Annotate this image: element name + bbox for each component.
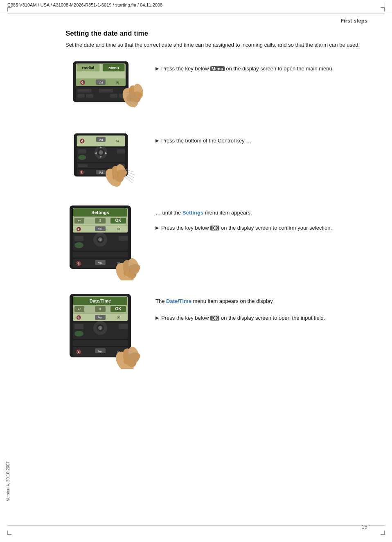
phone-image-2: 🔇 Vol ✉ i ▲ ▼ ◀ — [65, 133, 145, 192]
svg-rect-91 — [73, 252, 128, 257]
phone-image-3: Settings ↩ ⇕ OK 🔇 Vol ✉ — [65, 205, 145, 280]
svg-text:⇕: ⇕ — [99, 307, 102, 311]
svg-rect-13 — [77, 88, 91, 92]
svg-text:✉: ✉ — [117, 316, 120, 320]
svg-text:Vol: Vol — [99, 171, 103, 174]
svg-text:🔇: 🔇 — [79, 170, 84, 175]
svg-text:⇕: ⇕ — [99, 219, 102, 223]
svg-text:Vol: Vol — [98, 227, 102, 231]
sidebar-version-text: Version 4, 29.10.2007 — [6, 461, 10, 501]
svg-rect-17 — [110, 94, 117, 97]
menu-highlight: Menu — [210, 66, 225, 71]
step1-text: Press the key below Menu on the display … — [161, 65, 333, 73]
svg-rect-85 — [119, 236, 128, 241]
svg-text:Vol: Vol — [99, 138, 103, 141]
bottom-divider — [7, 525, 385, 526]
page-title: Setting the date and time — [65, 29, 367, 38]
svg-rect-37 — [78, 149, 86, 154]
settings-highlight: Settings — [182, 210, 203, 216]
instruction-row-2: 🔇 Vol ✉ i ▲ ▼ ◀ — [65, 133, 367, 193]
svg-text:Date/Time: Date/Time — [90, 298, 111, 303]
datetime-highlight: Date/Time — [166, 298, 191, 304]
main-content: Setting the date and time Set the date a… — [0, 24, 392, 398]
svg-text:🔇: 🔇 — [76, 315, 81, 320]
bullet-arrow-2: ▶ — [155, 137, 159, 144]
step3-text: … until the Settings menu item appears. — [155, 210, 252, 216]
corner-mark-br — [381, 531, 385, 535]
step5-text: The Date/Time menu item appears on the d… — [155, 298, 274, 304]
svg-rect-16 — [86, 94, 93, 97]
instruction-row-4: Date/Time ↩ ⇕ OK 🔇 Vol ✉ — [65, 293, 367, 370]
svg-text:OK: OK — [115, 307, 122, 311]
svg-text:🔇: 🔇 — [76, 226, 81, 232]
instruction-text-4: The Date/Time menu item appears on the d… — [155, 293, 367, 326]
corner-mark-tl — [7, 7, 11, 11]
svg-text:Vol: Vol — [98, 350, 102, 353]
svg-rect-124 — [74, 324, 83, 329]
device-3: Settings ↩ ⇕ OK 🔇 Vol ✉ — [65, 205, 147, 282]
phone-image-1: Redial Menu 🔇 Vol ✉ — [65, 61, 145, 120]
svg-text:🔇: 🔇 — [80, 79, 86, 85]
ok-highlight-1: OK — [210, 226, 220, 230]
svg-text:↩: ↩ — [78, 307, 81, 311]
section-indicator: | — [383, 2, 385, 7]
section-header: First steps — [0, 14, 392, 24]
svg-rect-125 — [119, 324, 128, 329]
breadcrumb: C385 V310AM / USA / A31008-M2026-R351-1-… — [7, 2, 162, 7]
instruction-text-1: ▶ Press the key below Menu on the displa… — [155, 61, 367, 77]
device-2: 🔇 Vol ✉ i ▲ ▼ ◀ — [65, 133, 147, 193]
ok-highlight-2: OK — [210, 316, 220, 321]
svg-text:✉: ✉ — [117, 227, 120, 231]
page-number: 15 — [362, 524, 367, 530]
page-intro: Set the date and time so that the correc… — [65, 41, 367, 49]
step4-text: Press the key below OK on the display sc… — [161, 224, 332, 232]
svg-text:OK: OK — [115, 218, 122, 223]
corner-mark-tr — [381, 7, 385, 11]
svg-text:Vol: Vol — [98, 316, 102, 319]
top-bar: C385 V310AM / USA / A31008-M2026-R351-1-… — [0, 0, 392, 13]
svg-text:Redial: Redial — [82, 65, 94, 70]
bullet-arrow-6: ▶ — [155, 314, 159, 321]
instruction-row-3: Settings ↩ ⇕ OK 🔇 Vol ✉ — [65, 205, 367, 282]
svg-text:Settings: Settings — [91, 210, 109, 215]
svg-rect-39 — [78, 155, 86, 160]
svg-text:✉: ✉ — [116, 81, 119, 85]
svg-text:✉: ✉ — [116, 139, 119, 143]
phone-image-4: Date/Time ↩ ⇕ OK 🔇 Vol ✉ — [65, 293, 145, 369]
svg-rect-130 — [74, 331, 83, 336]
svg-rect-131 — [73, 340, 128, 346]
device-1: Redial Menu 🔇 Vol ✉ — [65, 61, 147, 121]
svg-rect-15 — [77, 94, 85, 97]
svg-rect-84 — [74, 236, 83, 241]
svg-text:🔇: 🔇 — [79, 138, 85, 143]
svg-text:🔇: 🔇 — [76, 349, 81, 355]
section-title: First steps — [340, 18, 367, 24]
corner-mark-bl — [7, 531, 11, 535]
svg-text:↩: ↩ — [78, 219, 81, 223]
svg-rect-38 — [117, 149, 125, 154]
svg-text:Vol: Vol — [98, 261, 102, 265]
svg-rect-49 — [78, 164, 88, 167]
svg-text:Vol: Vol — [99, 81, 103, 84]
instruction-row-1: Redial Menu 🔇 Vol ✉ — [65, 61, 367, 121]
instruction-text-2: ▶ Press the bottom of the Control key … — [155, 133, 367, 149]
svg-text:🔇: 🔇 — [76, 261, 81, 266]
bullet-arrow-4: ▶ — [155, 224, 159, 231]
svg-rect-14 — [99, 88, 113, 92]
svg-text:▼: ▼ — [99, 155, 102, 158]
bullet-arrow-1: ▶ — [155, 65, 159, 72]
svg-text:Menu: Menu — [108, 65, 119, 70]
step6-text: Press the key below OK on the display sc… — [161, 314, 325, 322]
step2-text: Press the bottom of the Control key … — [161, 137, 251, 145]
device-4: Date/Time ↩ ⇕ OK 🔇 Vol ✉ — [65, 293, 147, 370]
svg-rect-90 — [74, 242, 83, 248]
instruction-text-3: … until the Settings menu item appears. … — [155, 205, 367, 236]
svg-text:▲: ▲ — [99, 145, 102, 148]
